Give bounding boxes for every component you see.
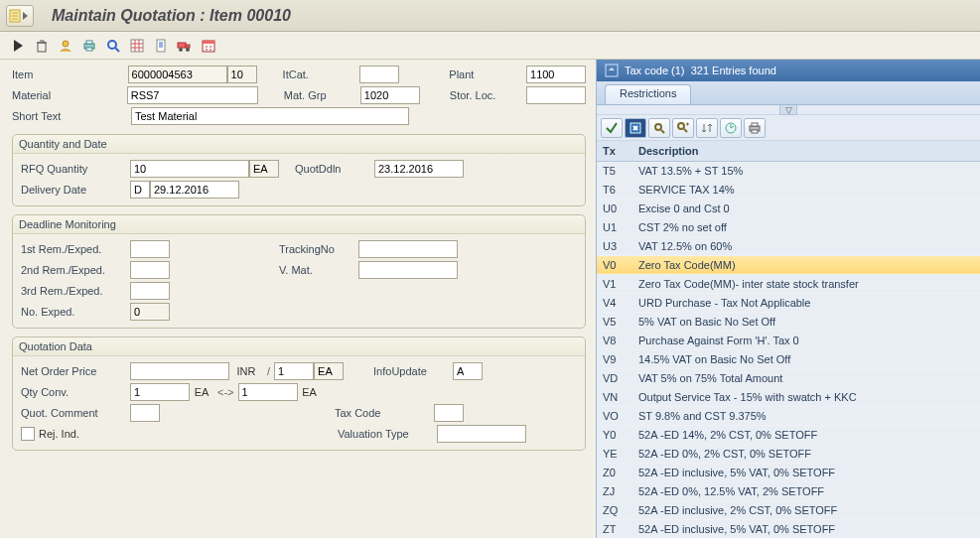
- table-row[interactable]: YE52A -ED 0%, 2% CST, 0% SETOFF: [597, 444, 980, 463]
- item-line-field[interactable]: [227, 66, 257, 83]
- table-row[interactable]: V914.5% VAT on Basic No Set Off: [597, 349, 980, 368]
- personal-list-button[interactable]: [720, 118, 742, 138]
- vmat-field[interactable]: [358, 261, 458, 279]
- searchhelp-title-field: Tax code (1): [625, 65, 685, 76]
- valtype-label: Valuation Type: [338, 428, 437, 440]
- table-row[interactable]: Y052A -ED 14%, 2% CST, 0% SETOFF: [597, 425, 980, 444]
- calendar-icon[interactable]: [199, 36, 218, 56]
- col-tx-header[interactable]: Tx: [597, 141, 632, 161]
- truck-icon[interactable]: [175, 36, 195, 56]
- infoupd-field[interactable]: [453, 362, 483, 380]
- table-row[interactable]: ZT52A -ED inclusive, 5% VAT, 0% SETOFF: [597, 519, 980, 538]
- table-row[interactable]: ZQ52A -ED inclusive, 2% CST, 0% SETOFF: [597, 500, 980, 519]
- taxcode-list[interactable]: Tx Description T5VAT 13.5% + ST 15%T6SER…: [597, 141, 980, 538]
- noexp-label: No. Exped.: [21, 306, 130, 318]
- comment-field[interactable]: [130, 404, 160, 422]
- group-quantity-date: Quantity and Date RFQ Quantity QuotDdln …: [12, 134, 586, 206]
- col-desc-header[interactable]: Description: [632, 141, 980, 161]
- print-icon[interactable]: [79, 36, 99, 56]
- table-row[interactable]: Z052A -ED inclusive, 5% VAT, 0% SETOFF: [597, 463, 980, 481]
- shorttext-field[interactable]: [131, 107, 409, 125]
- tx-cell: V0: [597, 255, 632, 274]
- delivdate-field[interactable]: [150, 181, 239, 199]
- table-row[interactable]: ZJ52A -ED 0%, 12.5% VAT, 2% SETOFF: [597, 481, 980, 500]
- desc-cell: Zero Tax Code(MM): [632, 255, 980, 274]
- tabstrip: Restrictions: [597, 81, 980, 105]
- rem2-field[interactable]: [130, 261, 170, 279]
- per-qty-field[interactable]: [274, 362, 314, 380]
- table-row[interactable]: V55% VAT on Basic No Set Off: [597, 312, 980, 331]
- searchhelp-titlebar[interactable]: Tax code (1) 321 Entries found: [597, 60, 980, 81]
- table-row[interactable]: V1Zero Tax Code(MM)- inter state stock t…: [597, 274, 980, 293]
- find-next-button[interactable]: [672, 118, 694, 138]
- delete-icon[interactable]: [32, 36, 52, 56]
- find-icon[interactable]: [103, 36, 123, 56]
- menu-button[interactable]: [6, 5, 34, 27]
- rem1-field[interactable]: [130, 240, 170, 258]
- tx-cell: VO: [597, 406, 632, 425]
- rem3-label: 3rd Rem./Exped.: [21, 285, 130, 297]
- itcat-field[interactable]: [359, 66, 399, 83]
- desc-cell: 52A -ED inclusive, 5% VAT, 0% SETOFF: [632, 519, 980, 538]
- rfq-uom-field[interactable]: [249, 160, 279, 178]
- plant-field[interactable]: [526, 66, 586, 83]
- table-row[interactable]: V4URD Purchase - Tax Not Applicable: [597, 293, 980, 312]
- rejind-label: Rej. Ind.: [39, 428, 79, 440]
- convto-field[interactable]: [238, 383, 298, 401]
- spreadsheet-icon[interactable]: [127, 36, 147, 56]
- form-panel: Item ItCat. Plant Material Mat. Grp Stor…: [0, 60, 596, 538]
- table-row[interactable]: U3VAT 12.5% on 60%: [597, 236, 980, 255]
- table-row[interactable]: VNOutput Service Tax - 15% with swatch +…: [597, 387, 980, 406]
- svg-rect-10: [186, 45, 190, 48]
- svg-rect-4: [86, 41, 92, 44]
- table-row[interactable]: VOST 9.8% and CST 9.375%: [597, 406, 980, 425]
- execute-icon[interactable]: [8, 36, 28, 56]
- currency-label: INR: [229, 365, 263, 377]
- user-icon[interactable]: [56, 36, 75, 56]
- trackingno-label: TrackingNo: [279, 243, 358, 255]
- table-row[interactable]: T5VAT 13.5% + ST 15%: [597, 161, 980, 180]
- tab-restrictions[interactable]: Restrictions: [605, 84, 691, 104]
- svg-rect-21: [752, 123, 758, 126]
- taxcode-field[interactable]: [434, 404, 464, 422]
- matgrp-field[interactable]: [360, 86, 420, 104]
- trackingno-field[interactable]: [358, 240, 458, 258]
- quotddln-field[interactable]: [374, 160, 464, 178]
- table-row[interactable]: T6SERVICE TAX 14%: [597, 180, 980, 199]
- rejind-checkbox[interactable]: [21, 427, 35, 441]
- sort-button[interactable]: [696, 118, 718, 138]
- netprice-field[interactable]: [130, 362, 229, 380]
- titlebar: Maintain Quotation : Item 00010: [0, 0, 980, 32]
- table-row[interactable]: U1CST 2% no set off: [597, 217, 980, 236]
- restrictions-expander[interactable]: ▽: [597, 105, 980, 115]
- delivdate-cat-field[interactable]: [130, 181, 150, 199]
- rfq-qty-field[interactable]: [130, 160, 249, 178]
- group-deadline: Deadline Monitoring 1st Rem./Exped. Trac…: [12, 214, 586, 329]
- rem2-label: 2nd Rem./Exped.: [21, 264, 130, 276]
- per-uom-field[interactable]: [314, 362, 344, 380]
- group-quotation: Quotation Data Net Order Price INR / Inf…: [12, 336, 586, 451]
- comment-label: Quot. Comment: [21, 407, 130, 419]
- document-icon[interactable]: [151, 36, 171, 56]
- group-header: Deadline Monitoring: [13, 215, 585, 234]
- table-row[interactable]: VDVAT 5% on 75% Total Amount: [597, 368, 980, 387]
- material-field[interactable]: [127, 86, 258, 104]
- accept-button[interactable]: [601, 118, 623, 138]
- table-row[interactable]: V0Zero Tax Code(MM): [597, 255, 980, 274]
- desc-cell: Excise 0 and Cst 0: [632, 199, 980, 217]
- table-row[interactable]: U0Excise 0 and Cst 0: [597, 199, 980, 217]
- find-button[interactable]: [648, 118, 670, 138]
- table-row[interactable]: V8Purchase Against Form 'H'. Tax 0: [597, 331, 980, 349]
- valtype-field[interactable]: [437, 425, 526, 443]
- tx-cell: V5: [597, 312, 632, 331]
- noexp-field[interactable]: [130, 303, 170, 321]
- tx-cell: U0: [597, 199, 632, 217]
- item-no-field[interactable]: [128, 66, 227, 83]
- group-header: Quantity and Date: [13, 135, 585, 154]
- storloc-label: Stor. Loc.: [450, 89, 526, 101]
- print-button[interactable]: [744, 118, 766, 138]
- new-search-button[interactable]: [625, 118, 646, 138]
- convfrom-field[interactable]: [130, 383, 190, 401]
- rem3-field[interactable]: [130, 282, 170, 300]
- storloc-field[interactable]: [526, 86, 586, 104]
